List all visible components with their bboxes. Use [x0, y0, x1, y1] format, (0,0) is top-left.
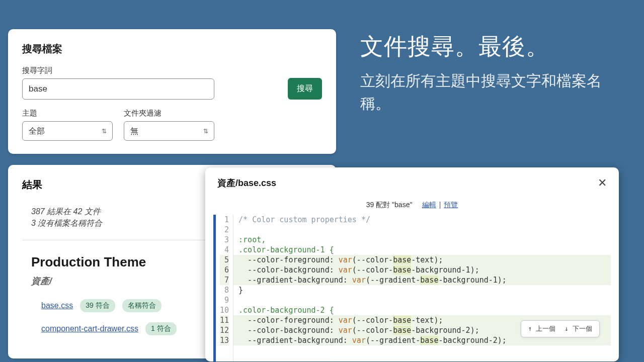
line-number: 12	[220, 325, 229, 335]
name-match-badge: 名稱符合	[122, 299, 162, 312]
code-filename: 資產/base.css	[217, 177, 276, 189]
code-line: .color-background-1 {	[233, 245, 611, 255]
search-card-title: 搜尋檔案	[22, 42, 322, 56]
line-number: 4	[220, 245, 229, 255]
match-count-badge: 1 符合	[145, 322, 177, 335]
code-line	[233, 295, 611, 305]
match-nav-pill: ↑ 上一個 ↓ 下一個	[521, 320, 600, 337]
theme-filter-select[interactable]: 全部	[22, 121, 113, 141]
code-line: }	[233, 285, 611, 295]
line-number: 9	[220, 295, 229, 305]
folder-filter-label: 文件夾過濾	[124, 109, 214, 118]
code-line: --gradient-background: var(--gradient-ba…	[233, 275, 611, 285]
line-number: 8	[220, 285, 229, 295]
theme-filter-label: 主題	[22, 109, 113, 118]
line-number: 5	[220, 255, 229, 265]
code-line: /* Color custom properties */	[233, 215, 611, 225]
code-line	[233, 225, 611, 235]
next-match-button[interactable]: ↓ 下一個	[565, 324, 592, 333]
code-line: --color-background: var(--color-base-bac…	[233, 265, 611, 275]
line-number: 3	[220, 235, 229, 245]
preview-link[interactable]: 預覽	[444, 201, 458, 209]
edit-link[interactable]: 編輯	[422, 201, 436, 209]
prev-match-button[interactable]: ↑ 上一個	[528, 324, 556, 333]
search-term-label: 搜尋字詞	[22, 66, 277, 75]
code-toolbar: 39 配對 "base" 編輯 | 預覽	[205, 198, 619, 215]
folder-filter-select[interactable]: 無	[124, 121, 214, 141]
line-number: 13	[220, 335, 229, 345]
file-link[interactable]: component-cart-drawer.css	[41, 324, 138, 333]
line-number: 2	[220, 225, 229, 235]
match-count: 39 配對 "base"	[366, 201, 413, 209]
line-number: 11	[220, 315, 229, 325]
code-line: --color-foreground: var(--color-base-tex…	[233, 255, 611, 265]
line-number: 7	[220, 275, 229, 285]
line-number: 6	[220, 265, 229, 275]
code-line: .color-background-2 {	[233, 305, 611, 315]
file-link[interactable]: base.css	[41, 301, 73, 310]
search-input[interactable]	[22, 78, 214, 100]
separator: |	[439, 201, 441, 209]
match-count-badge: 39 符合	[80, 299, 115, 312]
marketing-subline: 立刻在所有主題中搜尋文字和檔案名稱。	[360, 69, 627, 115]
line-number: 10	[220, 305, 229, 315]
close-icon[interactable]: ✕	[598, 176, 607, 190]
line-number: 1	[220, 215, 229, 225]
search-button[interactable]: 搜尋	[288, 78, 322, 100]
code-line: :root,	[233, 235, 611, 245]
code-preview-panel: 資產/base.css ✕ 39 配對 "base" 編輯 | 預覽 12345…	[205, 167, 619, 361]
search-card: 搜尋檔案 搜尋字詞 搜尋 主題 全部 文件夾過濾 無	[8, 29, 336, 154]
marketing-headline: 文件搜尋。最後。	[360, 31, 627, 62]
